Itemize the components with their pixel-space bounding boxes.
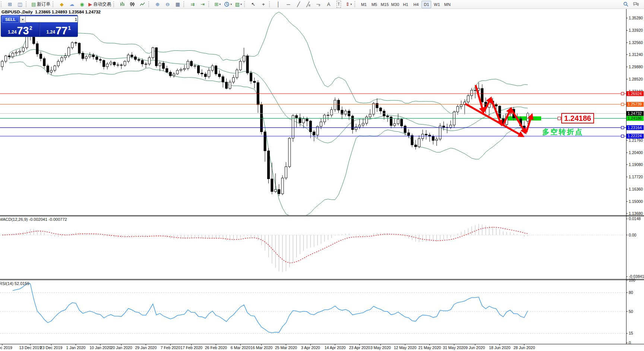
svg-text:21 May 2020: 21 May 2020	[418, 345, 441, 350]
sell-button[interactable]: SELL	[2, 16, 19, 23]
svg-text:9 Jun 2020: 9 Jun 2020	[465, 345, 485, 350]
chart-shift-icon[interactable]: ⇥	[198, 0, 207, 8]
svg-text:23 Apr 2020: 23 Apr 2020	[349, 345, 370, 350]
svg-text:14 Apr 2020: 14 Apr 2020	[325, 345, 346, 350]
metaeditor-icon[interactable]: ◆	[57, 0, 66, 8]
svg-text:1.24186: 1.24186	[628, 116, 642, 120]
label-icon[interactable]: T	[334, 0, 343, 8]
svg-text:26 Feb 2020: 26 Feb 2020	[205, 345, 227, 350]
buy-price-main: 77	[56, 26, 67, 35]
new-order-button[interactable]: ▤新订单	[30, 0, 51, 8]
timeframe-button-m1[interactable]: M1	[359, 1, 369, 8]
macd-indicator-label: MACD(12,26,9) -0.002041 -0.000772	[0, 217, 67, 222]
svg-text:17 Feb 2020: 17 Feb 2020	[180, 345, 202, 350]
signals-icon[interactable]: ◉	[77, 0, 86, 8]
volume-decrease-button[interactable]: ▼	[20, 16, 26, 23]
svg-text:1.23164: 1.23164	[628, 125, 642, 130]
price-callout-handle[interactable]	[558, 117, 561, 120]
toolbar-group-grip	[183, 1, 186, 7]
period-dropdown-icon[interactable]: ▾	[223, 0, 233, 8]
timeframe-button-m5[interactable]: M5	[369, 1, 379, 8]
channel-icon[interactable]: ╱E	[304, 0, 313, 8]
cursor-icon[interactable]: ↖	[249, 0, 258, 8]
svg-text:18 Jun 2020: 18 Jun 2020	[489, 345, 511, 350]
text-icon[interactable]: A	[324, 0, 333, 8]
svg-text:1.24732: 1.24732	[628, 111, 642, 116]
candlestick-chart-icon[interactable]	[128, 0, 137, 8]
horizontal-line-icon[interactable]: ─	[284, 0, 293, 8]
svg-text:1.29880: 1.29880	[629, 65, 643, 69]
svg-text:0.0148: 0.0148	[629, 216, 641, 221]
new-chart-icon[interactable]: ⊞	[5, 0, 15, 8]
symbol-period-label: GBPUSD-,Daily	[1, 10, 33, 14]
svg-text:0: 0	[629, 341, 631, 345]
svg-text:1.13680: 1.13680	[629, 211, 643, 216]
toolbar: ⊞◫▤新订单◆☁◉▶自动交易⊕⊖▦⇉⇥⊞▾▾▧▾↖+│─╱╱E┄FAT⇕▾M1M…	[0, 0, 644, 9]
search-icon[interactable]	[621, 0, 631, 8]
svg-text:50: 50	[629, 309, 633, 314]
trendline-icon[interactable]: ╱	[294, 0, 303, 8]
svg-text:1.16360: 1.16360	[629, 187, 643, 191]
svg-text:80: 80	[629, 290, 633, 295]
chart-title: GBPUSD-,Daily 1.23865 1.24893 1.23584 1.…	[1, 10, 101, 14]
zoom-in-icon[interactable]: ⊕	[153, 0, 162, 8]
new-chart-dropdown-icon[interactable]: ⊞▾	[213, 0, 222, 8]
timeframe-button-m15[interactable]: M15	[380, 1, 389, 8]
timeframe-button-m30[interactable]: M30	[390, 1, 400, 8]
toolbar-group-grip	[53, 1, 55, 7]
navigator-icon[interactable]: ☁	[67, 0, 76, 8]
svg-text:3 Apr 2020: 3 Apr 2020	[301, 345, 320, 350]
sell-price-prefix: 1.24	[8, 29, 16, 35]
main-panel	[0, 12, 626, 217]
indicators-dropdown-icon[interactable]: ▧▾	[234, 0, 243, 8]
print-preview-icon[interactable]: ◫	[15, 0, 25, 8]
tile-windows-icon[interactable]: ▦	[173, 0, 182, 8]
svg-text:3 May 2020: 3 May 2020	[370, 345, 391, 350]
svg-text:25 Mar 2020: 25 Mar 2020	[275, 345, 297, 350]
svg-text:1.33920: 1.33920	[629, 28, 643, 32]
svg-text:15: 15	[629, 331, 633, 335]
volume-input[interactable]	[26, 16, 78, 22]
svg-text:6 Mar 2020: 6 Mar 2020	[231, 345, 250, 350]
timeframe-button-h4[interactable]: H4	[411, 1, 421, 8]
toolbar-group-grip	[1, 1, 3, 7]
timeframe-button-d1[interactable]: D1	[422, 1, 431, 8]
toolbar-group-grip	[113, 1, 116, 7]
svg-text:0.00: 0.00	[629, 233, 637, 237]
sell-price[interactable]: 1.24 73 2	[1, 23, 40, 36]
line-chart-icon[interactable]	[138, 0, 147, 8]
timeframe-button-w1[interactable]: W1	[432, 1, 442, 8]
toolbar-group-grip	[26, 1, 28, 7]
autotrading-button[interactable]: ▶自动交易	[87, 0, 112, 8]
svg-text:23 Dec 2019: 23 Dec 2019	[40, 345, 63, 350]
buy-price-prefix: 1.24	[47, 29, 55, 35]
toolbar-group-grip	[269, 1, 272, 7]
timeframe-button-h1[interactable]: H1	[401, 1, 410, 8]
svg-text:1.31240: 1.31240	[629, 52, 643, 57]
mt4-window: { "window": { "symbol": "GBPUSD-,Daily",…	[0, 0, 644, 351]
svg-text:100: 100	[629, 278, 635, 282]
svg-text:1.35280: 1.35280	[629, 16, 643, 20]
svg-text:1.22224: 1.22224	[628, 134, 642, 138]
auto-scroll-icon[interactable]: ⇉	[188, 0, 197, 8]
buy-price-pip: 1	[68, 25, 71, 31]
timeframe-button-mn[interactable]: MN	[442, 1, 452, 8]
turning-point-note[interactable]: 多空转折点	[542, 127, 583, 137]
price-callout-box[interactable]: 1.24186	[561, 113, 594, 123]
macd-panel	[0, 224, 626, 272]
crosshair-icon[interactable]: +	[259, 0, 268, 8]
toolbar-group-grip	[354, 1, 357, 7]
bar-chart-icon[interactable]	[118, 0, 127, 8]
vertical-line-icon[interactable]: │	[274, 0, 283, 8]
buy-price[interactable]: 1.24 77 1	[40, 23, 78, 36]
fibonacci-icon[interactable]: ┄F	[314, 0, 323, 8]
svg-text:29 Jan 2020: 29 Jan 2020	[135, 345, 157, 350]
chat-icon[interactable]	[631, 0, 641, 8]
one-click-trading-panel: SELL ▼ ▲ BUY 1.24 73 2 1.24 77 1	[1, 15, 78, 37]
svg-text:1.21760: 1.21760	[629, 138, 643, 142]
svg-text:1.32560: 1.32560	[629, 40, 643, 45]
chart-canvas[interactable]: 1.352801.339201.325601.312401.298801.285…	[0, 0, 644, 351]
zoom-out-icon[interactable]: ⊖	[163, 0, 172, 8]
svg-text:1 Jan 2020: 1 Jan 2020	[66, 345, 85, 350]
arrows-tool-icon[interactable]: ⇕▾	[344, 0, 353, 8]
